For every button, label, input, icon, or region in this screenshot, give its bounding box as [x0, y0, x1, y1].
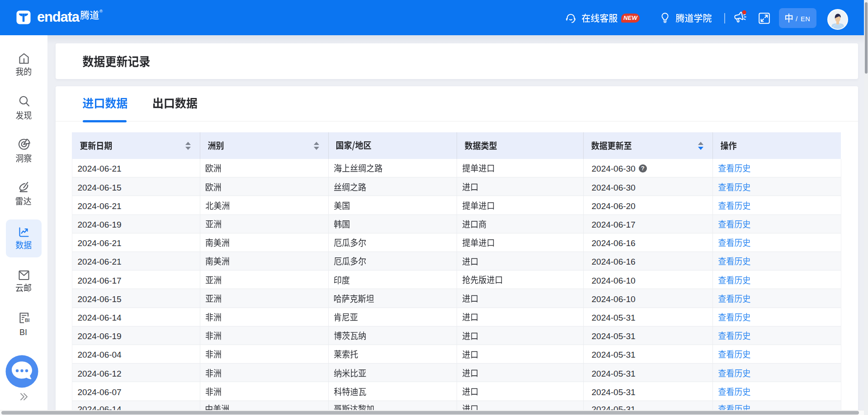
svg-text:BI: BI — [25, 317, 30, 323]
